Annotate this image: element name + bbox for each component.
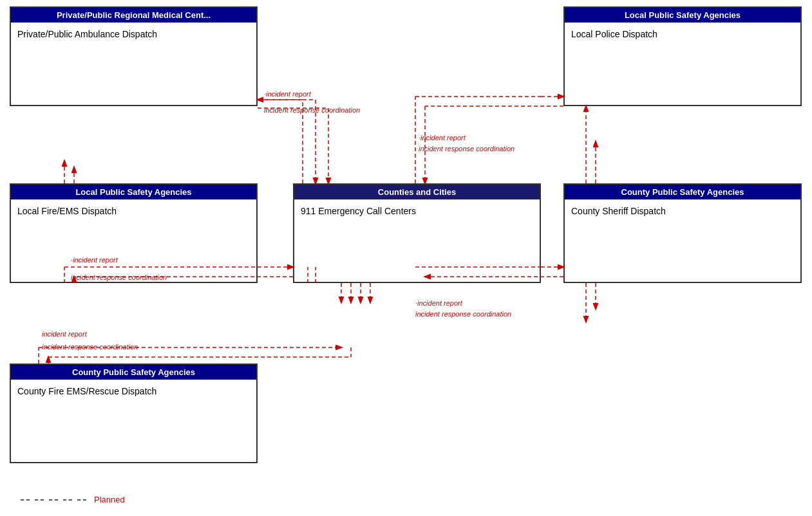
svg-text:incident response coordination: incident response coordination [415,310,511,318]
svg-text:·incident report: ·incident report [264,90,312,98]
node-local-fire: Local Public Safety Agencies Local Fire/… [10,183,258,283]
svg-text:incident response coordination: incident response coordination [264,106,360,114]
node-ambulance-header: Private/Public Regional Medical Cent... [11,8,256,23]
node-ambulance-body: Private/Public Ambulance Dispatch [11,23,256,103]
node-local-police-header: Local Public Safety Agencies [565,8,800,23]
node-local-police-body: Local Police Dispatch [565,23,800,103]
svg-text:incident response coordination: incident response coordination [42,343,138,351]
node-county-sheriff-header: County Public Safety Agencies [565,185,800,199]
node-county-fire-body: County Fire EMS/Rescue Dispatch [11,380,256,460]
svg-text:·incident report: ·incident report [415,299,463,307]
node-call-centers: Counties and Cities 911 Emergency Call C… [293,183,541,283]
svg-text:incident report: incident report [42,330,88,338]
legend-dashed-line [19,499,88,501]
node-county-sheriff: County Public Safety Agencies County She… [563,183,802,283]
legend-planned-label: Planned [94,495,125,504]
node-call-centers-body: 911 Emergency Call Centers [294,199,540,280]
node-local-fire-body: Local Fire/EMS Dispatch [11,199,256,280]
node-local-fire-header: Local Public Safety Agencies [11,185,256,199]
node-county-fire-header: County Public Safety Agencies [11,365,256,380]
node-county-sheriff-body: County Sheriff Dispatch [565,199,800,280]
legend: Planned [19,495,125,504]
svg-text:·incident report: ·incident report [419,134,466,142]
svg-text:incident response coordination: incident response coordination [419,145,515,152]
node-local-police: Local Public Safety Agencies Local Polic… [563,6,802,106]
node-call-centers-header: Counties and Cities [294,185,540,199]
diagram-container: Private/Public Regional Medical Cent... … [0,0,812,516]
node-county-fire: County Public Safety Agencies County Fir… [10,364,258,463]
node-ambulance: Private/Public Regional Medical Cent... … [10,6,258,106]
